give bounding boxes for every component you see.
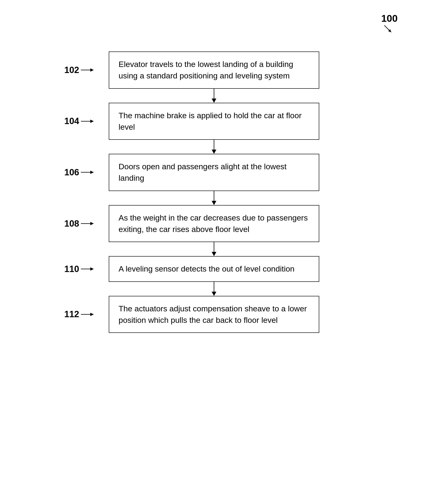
step-row-104: 104 The machine brake is applied to hold… (50, 103, 378, 140)
step-row-106: 106 Doors open and passengers alight at … (50, 154, 378, 191)
figure-label-arrow (382, 23, 394, 35)
connector-3 (109, 191, 319, 205)
step-box-112: The actuators adjust compensation sheave… (109, 296, 319, 333)
svg-marker-13 (212, 201, 216, 205)
connector-2 (109, 140, 319, 154)
step-row-102: 102 Elevator travels to the lowest landi… (50, 51, 378, 89)
step-arrow-112 (81, 311, 94, 318)
step-box-102: Elevator travels to the lowest landing o… (109, 51, 319, 89)
step-label-112: 112 (64, 309, 94, 319)
svg-marker-9 (212, 150, 216, 154)
connector-5 (109, 282, 319, 296)
svg-marker-7 (90, 120, 94, 123)
svg-marker-23 (90, 313, 94, 316)
step-arrow-104 (81, 118, 94, 125)
step-row-112: 112 The actuators adjust compensation sh… (50, 296, 378, 333)
step-arrow-106 (81, 169, 94, 176)
step-box-108: As the weight in the car decreases due t… (109, 205, 319, 242)
svg-marker-3 (90, 68, 94, 72)
step-arrow-108 (81, 220, 94, 227)
step-label-106: 106 (64, 167, 94, 178)
step-arrow-110 (81, 265, 94, 273)
step-label-104: 104 (64, 116, 94, 126)
connector-1 (109, 89, 319, 103)
step-row-110: 110 A leveling sensor detects the out of… (50, 256, 378, 282)
step-arrow-102 (81, 67, 94, 74)
step-row-108: 108 As the weight in the car decreases d… (50, 205, 378, 242)
step-label-102: 102 (64, 65, 94, 75)
svg-marker-15 (90, 222, 94, 225)
step-label-110: 110 (64, 264, 94, 274)
flow-chart: 102 Elevator travels to the lowest landi… (0, 14, 428, 333)
svg-marker-19 (90, 267, 94, 271)
connector-4 (109, 242, 319, 256)
svg-marker-11 (90, 171, 94, 174)
svg-marker-5 (212, 99, 216, 103)
step-box-104: The machine brake is applied to hold the… (109, 103, 319, 140)
svg-marker-17 (212, 252, 216, 256)
step-box-106: Doors open and passengers alight at the … (109, 154, 319, 191)
svg-marker-21 (212, 292, 216, 296)
step-box-110: A leveling sensor detects the out of lev… (109, 256, 319, 282)
figure-label: 100 (381, 13, 398, 24)
diagram-container: 100 102 Elevator travels to the lowest l… (0, 0, 428, 504)
step-label-108: 108 (64, 219, 94, 229)
